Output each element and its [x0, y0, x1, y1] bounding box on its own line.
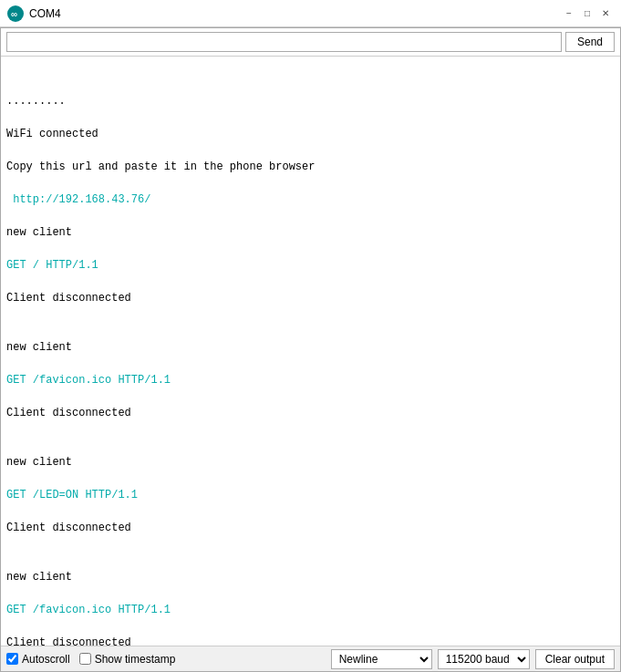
show-timestamp-checkbox[interactable]: [79, 653, 91, 665]
autoscroll-checkbox[interactable]: [6, 653, 18, 665]
output-line: Client disconnected: [6, 635, 615, 646]
output-line: new client: [6, 224, 615, 241]
output-line: WiFi connected: [6, 126, 615, 142]
arduino-icon: ∞: [7, 5, 24, 22]
output-line: GET /favicon.ico HTTP/1.1: [6, 602, 615, 618]
title-bar: ∞ COM4 − □ ✕: [0, 0, 621, 27]
serial-input[interactable]: [6, 32, 562, 52]
output-line: http://192.168.43.76/: [6, 191, 615, 208]
svg-text:∞: ∞: [11, 9, 17, 19]
output-line: Client disconnected: [6, 405, 615, 421]
output-line: new client: [6, 339, 615, 356]
autoscroll-label[interactable]: Autoscroll: [6, 653, 70, 666]
output-line: Copy this url and paste it in the phone …: [6, 159, 615, 175]
output-line: Client disconnected: [6, 290, 615, 306]
close-button[interactable]: ✕: [597, 5, 614, 22]
output-line: .........: [6, 93, 615, 109]
newline-dropdown[interactable]: NewlineNo line endingCarriage returnBoth…: [331, 649, 432, 669]
show-timestamp-text: Show timestamp: [95, 653, 176, 666]
window-content: Send ......... WiFi connected Copy this …: [0, 27, 621, 672]
output-line: GET /LED=ON HTTP/1.1: [6, 487, 615, 503]
input-bar: Send: [1, 28, 620, 57]
statusbar: Autoscroll Show timestamp NewlineNo line…: [1, 646, 620, 671]
send-button[interactable]: Send: [565, 32, 615, 52]
statusbar-right: NewlineNo line endingCarriage returnBoth…: [331, 649, 615, 669]
clear-output-button[interactable]: Clear output: [535, 649, 615, 669]
maximize-button[interactable]: □: [579, 5, 595, 22]
output-line: new client: [6, 569, 615, 585]
output-line: Client disconnected: [6, 520, 615, 536]
minimize-button[interactable]: −: [561, 5, 577, 22]
baud-dropdown[interactable]: 300 baud1200 baud2400 baud4800 baud9600 …: [438, 649, 530, 669]
autoscroll-text: Autoscroll: [22, 653, 70, 666]
title-text: COM4: [29, 7, 61, 20]
output-line: GET /favicon.ico HTTP/1.1: [6, 372, 615, 388]
show-timestamp-label[interactable]: Show timestamp: [79, 653, 176, 666]
output-line: new client: [6, 454, 615, 470]
serial-output: ......... WiFi connected Copy this url a…: [1, 57, 620, 646]
title-bar-left: ∞ COM4: [7, 5, 61, 22]
title-bar-controls: − □ ✕: [561, 5, 614, 22]
statusbar-left: Autoscroll Show timestamp: [6, 653, 322, 666]
output-line: GET / HTTP/1.1: [6, 257, 615, 274]
